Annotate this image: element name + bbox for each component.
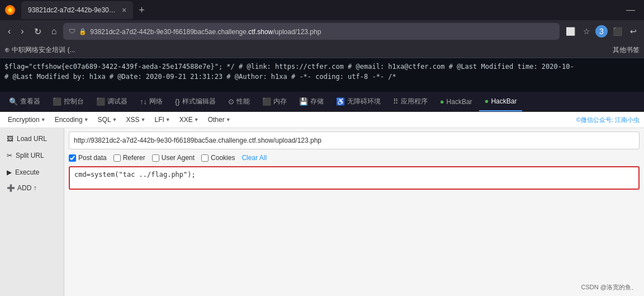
- page-content: $flag="ctfshow{ec07a689-3422-439f-aeda-2…: [0, 58, 644, 92]
- other-label: Other: [208, 116, 225, 124]
- tab-performance-label: 性能: [236, 97, 250, 106]
- address-path: /upload/123.php: [273, 28, 321, 36]
- forward-button[interactable]: ›: [17, 25, 27, 37]
- xss-label: XSS: [126, 116, 140, 124]
- bookmarks-bar: ⊕ 中职网络安全培训 (... 其他书签: [0, 43, 644, 58]
- new-tab-button[interactable]: +: [135, 4, 148, 16]
- security-icon: 🛡: [69, 27, 75, 35]
- add-icon: ➕: [7, 184, 15, 192]
- tab-memory[interactable]: ⬛ 内存: [257, 92, 292, 111]
- execute-label: Execute: [15, 168, 39, 176]
- address-subdomain: 93821dc2-a7d2-442b-9e30-f66189bac5ae.cha…: [90, 28, 248, 36]
- sql-menu[interactable]: SQL ▼: [94, 114, 121, 125]
- encoding-arrow-icon: ▼: [84, 117, 89, 123]
- split-url-label: Split URL: [16, 152, 44, 159]
- other-bookmarks[interactable]: 其他书签: [613, 45, 640, 55]
- split-url-button[interactable]: ✂ Split URL: [2, 148, 61, 163]
- extensions-button[interactable]: ⬛: [610, 26, 625, 37]
- firefox-logo-icon: [4, 4, 16, 16]
- tab-style-editor[interactable]: {} 样式编辑器: [169, 92, 221, 111]
- sql-arrow-icon: ▼: [112, 117, 117, 123]
- network-icon: ↑↓: [140, 97, 147, 106]
- tab-close-button[interactable]: ×: [122, 6, 126, 15]
- memory-icon: ⬛: [262, 97, 271, 106]
- cookies-checkbox-label[interactable]: Cookies: [201, 154, 235, 162]
- tab-hackbar-2[interactable]: ● HackBar: [479, 92, 523, 111]
- tab-inspector[interactable]: 🔍 查看器: [3, 92, 46, 111]
- url-input[interactable]: [69, 131, 640, 149]
- xxe-label: XXE: [179, 116, 193, 124]
- post-data-checkbox[interactable]: [69, 154, 76, 162]
- tab-storage-label: 存储: [310, 97, 324, 106]
- minimize-button[interactable]: —: [626, 5, 635, 15]
- debugger-icon: ⬛: [96, 97, 105, 106]
- back-nav-button[interactable]: ↩: [627, 26, 640, 37]
- hackbar-body: 🖼 Load URL ✂ Split URL ▶ Execute ➕ ADD ↑: [0, 128, 644, 296]
- post-data-input[interactable]: cmd=system("tac ../flag.php");: [69, 166, 640, 190]
- home-button[interactable]: ⌂: [48, 25, 60, 37]
- reload-button[interactable]: ↻: [31, 25, 45, 38]
- xxe-arrow-icon: ▼: [194, 117, 199, 123]
- tab-console[interactable]: ⬛ 控制台: [47, 92, 89, 111]
- tab-debugger[interactable]: ⬛ 调试器: [91, 92, 133, 111]
- tab-hackbar2-label: HackBar: [491, 97, 517, 105]
- profile-button[interactable]: 3: [595, 25, 608, 37]
- encoding-menu[interactable]: Encoding ▼: [51, 114, 92, 125]
- active-tab[interactable]: 93821dc2-a7d2-442b-9e30-f66 ×: [21, 1, 133, 19]
- lfi-label: LFI: [154, 116, 164, 124]
- split-url-icon: ✂: [7, 152, 12, 159]
- tab-hackbar-1[interactable]: ● HackBar: [434, 92, 478, 111]
- xss-arrow-icon: ▼: [141, 117, 146, 123]
- encryption-menu[interactable]: Encryption ▼: [4, 114, 49, 125]
- user-agent-checkbox[interactable]: [152, 154, 159, 162]
- tab-accessibility-label: 无障碍环境: [347, 97, 381, 106]
- load-url-icon: 🖼: [7, 135, 13, 143]
- tab-application[interactable]: ⠿ 应用程序: [387, 92, 433, 111]
- tab-title: 93821dc2-a7d2-442b-9e30-f66: [28, 6, 117, 14]
- hackbar-content: Encryption ▼ Encoding ▼ SQL ▼ XSS ▼ LFI: [0, 112, 644, 296]
- xss-menu[interactable]: XSS ▼: [123, 114, 149, 125]
- encryption-arrow-icon: ▼: [41, 117, 46, 123]
- add-button[interactable]: ➕ ADD ↑: [2, 181, 61, 195]
- bookmark-item[interactable]: ⊕ 中职网络安全培训 (...: [4, 45, 75, 55]
- tab-network[interactable]: ↑↓ 网络: [134, 92, 168, 111]
- window-controls: —: [626, 5, 640, 15]
- performance-icon: ⊙: [228, 97, 234, 106]
- execute-button[interactable]: ▶ Execute: [2, 165, 61, 180]
- sql-label: SQL: [98, 116, 111, 124]
- post-data-label: Post data: [78, 154, 107, 162]
- tab-storage[interactable]: 💾 存储: [293, 92, 329, 111]
- tab-accessibility[interactable]: ♿ 无障碍环境: [330, 92, 386, 111]
- other-menu[interactable]: Other ▼: [205, 114, 234, 125]
- address-bar[interactable]: 🛡 🔒 93821dc2-a7d2-442b-9e30-f66189bac5ae…: [63, 23, 560, 40]
- referer-checkbox[interactable]: [113, 154, 121, 162]
- user-agent-label: User Agent: [162, 154, 195, 162]
- tab-performance[interactable]: ⊙ 性能: [222, 92, 255, 111]
- tab-hackbar1-label: HackBar: [447, 98, 472, 106]
- cookies-checkbox[interactable]: [201, 154, 209, 162]
- add-label: ADD ↑: [17, 184, 37, 192]
- clear-all-button[interactable]: Clear All: [242, 154, 267, 162]
- hackbar-sidebar: 🖼 Load URL ✂ Split URL ▶ Execute ➕ ADD ↑: [0, 128, 64, 296]
- tab-bar: 93821dc2-a7d2-442b-9e30-f66 × + —: [0, 0, 644, 20]
- xxe-menu[interactable]: XXE ▼: [176, 114, 202, 125]
- referer-label: Referer: [123, 154, 145, 162]
- address-domain: ctf.show: [248, 28, 273, 36]
- nav-bar: ‹ › ↻ ⌂ 🛡 🔒 93821dc2-a7d2-442b-9e30-f661…: [0, 20, 644, 43]
- referer-checkbox-label[interactable]: Referer: [113, 154, 145, 162]
- devtools-tab-bar: 🔍 查看器 ⬛ 控制台 ⬛ 调试器 ↑↓ 网络 {} 样式编辑器 ⊙ 性能: [0, 92, 644, 112]
- tab-style-editor-label: 样式编辑器: [182, 97, 216, 106]
- bookmark-star-icon[interactable]: ☆: [580, 26, 593, 37]
- load-url-button[interactable]: 🖼 Load URL: [2, 131, 61, 147]
- hackbar-toolbar: Encryption ▼ Encoding ▼ SQL ▼ XSS ▼ LFI: [0, 112, 644, 128]
- user-agent-checkbox-label[interactable]: User Agent: [152, 154, 195, 162]
- inspector-icon: 🔍: [9, 97, 18, 106]
- hackbar1-icon: ●: [440, 97, 444, 106]
- container-icon[interactable]: ⬜: [563, 26, 578, 37]
- lfi-menu[interactable]: LFI ▼: [151, 114, 173, 125]
- storage-icon: 💾: [299, 97, 308, 106]
- back-button[interactable]: ‹: [4, 25, 14, 37]
- page-line-1: $flag="ctfshow{ec07a689-3422-439f-aeda-2…: [4, 62, 640, 72]
- post-data-checkbox-label[interactable]: Post data: [69, 154, 107, 162]
- bottom-credit: CSDN @洛宽的鱼、: [581, 283, 637, 292]
